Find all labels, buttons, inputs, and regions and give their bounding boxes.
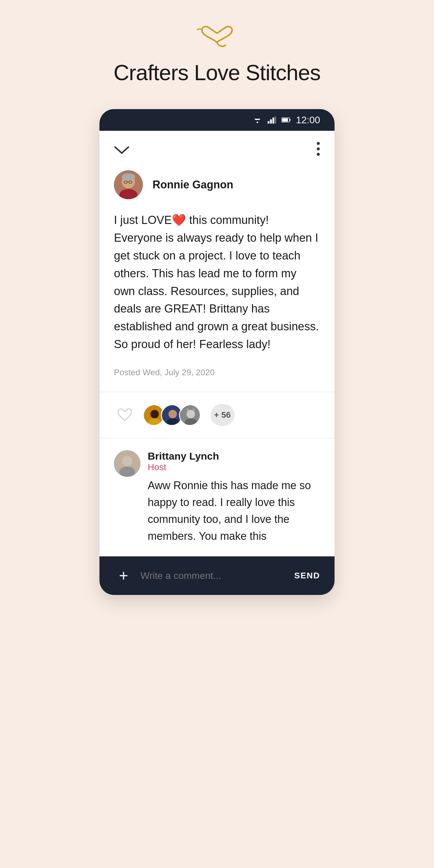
comment-author-row: Brittany Lynch Host Aww Ronnie this has … [114, 450, 320, 544]
like-button[interactable] [114, 404, 135, 426]
svg-point-16 [122, 173, 135, 181]
reaction-avatar-3 [179, 404, 201, 426]
svg-point-12 [317, 153, 320, 156]
svg-point-2 [256, 122, 258, 123]
more-reactions-count: + 56 [210, 404, 235, 426]
svg-rect-9 [282, 119, 288, 122]
post-body: I just LOVE❤️ this community! Everyone i… [114, 211, 320, 353]
comment-section: Brittany Lynch Host Aww Ronnie this has … [99, 450, 335, 544]
battery-icon [281, 116, 291, 124]
comment-text: Aww Ronnie this has made me so happy to … [148, 477, 320, 544]
plus-icon: + [119, 568, 128, 584]
reactions-row: + 56 [99, 404, 335, 426]
more-options-button[interactable] [316, 142, 320, 159]
comment-input[interactable] [141, 570, 287, 581]
author-avatar [114, 170, 143, 199]
phone-mockup: 12:00 [99, 109, 335, 595]
svg-rect-4 [270, 119, 272, 124]
logo-icon [193, 24, 241, 48]
svg-point-11 [317, 147, 320, 150]
svg-rect-8 [290, 119, 291, 121]
divider-1 [99, 392, 335, 392]
comment-info: Brittany Lynch Host Aww Ronnie this has … [148, 450, 320, 544]
back-button[interactable] [114, 142, 130, 159]
post-date: Posted Wed, July 29, 2020 [114, 368, 320, 377]
svg-point-10 [317, 142, 320, 145]
comment-author-name: Brittany Lynch [148, 450, 320, 462]
wifi-icon [253, 116, 262, 124]
svg-point-24 [168, 410, 177, 418]
svg-rect-5 [273, 118, 274, 124]
svg-rect-6 [275, 116, 276, 124]
status-icons: 12:00 [253, 115, 320, 126]
svg-point-32 [122, 456, 132, 466]
svg-point-21 [150, 410, 159, 418]
svg-rect-3 [268, 121, 270, 124]
divider-2 [99, 438, 335, 438]
post-author: Ronnie Gagnon [114, 170, 320, 199]
author-name: Ronnie Gagnon [153, 179, 233, 191]
page-title: Crafters Love Stitches [114, 60, 320, 85]
signal-icon [267, 116, 277, 124]
comment-author-role: Host [148, 462, 320, 472]
comment-bar: + SEND [99, 556, 335, 595]
comment-avatar [114, 450, 141, 477]
send-button[interactable]: SEND [294, 571, 320, 581]
app-header [99, 131, 335, 170]
post-content: Ronnie Gagnon I just LOVE❤️ this communi… [99, 170, 335, 377]
status-time: 12:00 [296, 115, 320, 126]
status-bar: 12:00 [99, 109, 335, 131]
top-section: Crafters Love Stitches [114, 0, 320, 103]
add-attachment-button[interactable]: + [114, 566, 133, 585]
svg-point-27 [187, 410, 195, 418]
reaction-avatars [143, 404, 201, 426]
